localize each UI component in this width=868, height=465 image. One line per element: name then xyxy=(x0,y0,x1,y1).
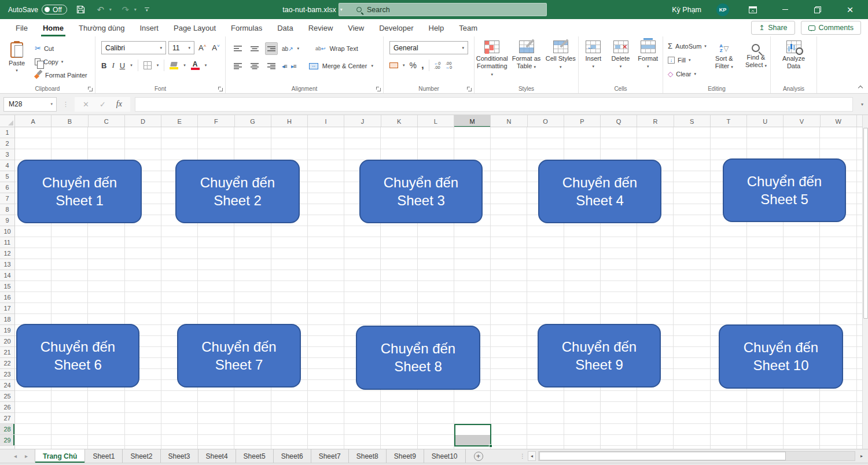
accounting-format-icon[interactable] xyxy=(389,62,398,68)
sheet-button-8[interactable]: Chuyển đếnSheet 8 xyxy=(356,326,480,390)
scroll-left-icon[interactable]: ◂ xyxy=(528,451,536,461)
column-header-m[interactable]: M xyxy=(454,115,491,127)
minimize-button[interactable] xyxy=(777,0,794,19)
chevron-down-icon[interactable]: ▾ xyxy=(297,46,300,51)
column-header-w[interactable]: W xyxy=(821,115,857,127)
decrease-indent-icon[interactable]: ◂≡ xyxy=(282,63,287,69)
avatar[interactable]: KP xyxy=(716,3,729,16)
customize-toolbar-icon[interactable]: ▾ xyxy=(145,8,149,12)
fill-button[interactable]: ↓ Fill ▾ xyxy=(668,54,707,66)
column-header-o[interactable]: O xyxy=(528,115,564,127)
tab-file[interactable]: File xyxy=(8,19,35,36)
sheet-button-1[interactable]: Chuyển đếnSheet 1 xyxy=(17,160,142,223)
enter-icon[interactable]: ✓ xyxy=(100,100,106,109)
font-name-select[interactable]: Calibri ▾ xyxy=(101,41,166,54)
fill-color-icon[interactable] xyxy=(170,62,178,69)
tab-review[interactable]: Review xyxy=(301,19,341,36)
row-header-23[interactable]: 23 xyxy=(0,369,14,380)
tab-data[interactable]: Data xyxy=(270,19,300,36)
sheet-button-7[interactable]: Chuyển đếnSheet 7 xyxy=(177,324,301,387)
row-header-8[interactable]: 8 xyxy=(0,204,14,215)
column-header-d[interactable]: D xyxy=(125,115,161,127)
clear-button[interactable]: ◇ Clear ▾ xyxy=(668,68,707,80)
autosave-pill[interactable]: Off xyxy=(42,5,67,14)
alignment-dialog-launcher-icon[interactable] xyxy=(376,87,381,91)
column-header-r[interactable]: R xyxy=(637,115,674,127)
tab-insert[interactable]: Insert xyxy=(132,19,166,36)
select-all-button[interactable] xyxy=(0,115,15,127)
previous-sheet-icon[interactable]: ◂ xyxy=(14,453,17,459)
name-box[interactable]: M28 ▾ xyxy=(3,97,57,112)
number-format-select[interactable]: General ▾ xyxy=(389,41,468,54)
align-right-icon[interactable] xyxy=(265,60,278,72)
sheet-button-2[interactable]: Chuyển đếnSheet 2 xyxy=(175,160,300,223)
row-header-9[interactable]: 9 xyxy=(0,215,14,226)
column-header-v[interactable]: V xyxy=(784,115,820,127)
tab-team[interactable]: Team xyxy=(451,19,485,36)
sheet-tab-sheet8[interactable]: Sheet8 xyxy=(349,449,387,463)
column-header-h[interactable]: H xyxy=(271,115,308,127)
row-header-29[interactable]: 29 xyxy=(0,435,14,446)
align-center-icon[interactable] xyxy=(248,60,261,72)
filename[interactable]: tao-nut-bam.xlsx xyxy=(282,6,336,14)
copy-button[interactable]: Copy ▾ xyxy=(35,56,87,68)
close-button[interactable]: × xyxy=(841,0,859,19)
chevron-down-icon[interactable]: ▾ xyxy=(403,63,405,68)
horizontal-scrollbar-track[interactable] xyxy=(538,451,855,461)
column-header-b[interactable]: B xyxy=(52,115,88,127)
chevron-down-icon[interactable]: ▾ xyxy=(157,63,159,68)
column-header-k[interactable]: K xyxy=(381,115,418,127)
format-painter-button[interactable]: Format Painter xyxy=(35,69,87,81)
next-sheet-icon[interactable]: ▸ xyxy=(25,453,28,459)
increase-indent-icon[interactable]: ▸≡ xyxy=(291,63,296,69)
tab-thường-dùng[interactable]: Thường dùng xyxy=(71,19,132,36)
column-header-a[interactable]: A xyxy=(15,115,52,127)
insert-function-icon[interactable]: fx xyxy=(116,99,122,109)
sheet-tab-sheet10[interactable]: Sheet10 xyxy=(424,449,466,463)
align-top-icon[interactable] xyxy=(231,42,244,55)
bold-button[interactable]: B xyxy=(101,61,106,70)
number-dialog-launcher-icon[interactable] xyxy=(467,87,472,91)
autosum-button[interactable]: Σ AutoSum ▾ xyxy=(668,40,707,52)
cell-grid[interactable]: Chuyển đếnSheet 1Chuyển đếnSheet 2Chuyển… xyxy=(15,127,862,449)
sheet-button-5[interactable]: Chuyển đếnSheet 5 xyxy=(723,158,846,222)
column-header-j[interactable]: J xyxy=(344,115,381,127)
sheet-tab-sheet2[interactable]: Sheet2 xyxy=(123,449,160,463)
column-header-t[interactable]: T xyxy=(711,115,747,127)
analyze-data-button[interactable]: Analyze Data xyxy=(776,36,812,93)
wrap-text-button[interactable]: Wrap Text xyxy=(330,45,358,52)
column-header-n[interactable]: N xyxy=(491,115,527,127)
undo-chevron-icon[interactable]: ▾ xyxy=(109,7,112,12)
tab-formulas[interactable]: Formulas xyxy=(223,19,270,36)
underline-button[interactable]: U xyxy=(120,61,125,70)
row-header-25[interactable]: 25 xyxy=(0,391,14,402)
redo-chevron-icon[interactable]: ▾ xyxy=(134,7,137,12)
cell-selection[interactable] xyxy=(454,424,491,446)
tab-help[interactable]: Help xyxy=(421,19,452,36)
column-header-l[interactable]: L xyxy=(418,115,454,127)
cell-styles-button[interactable]: Cell Styles ▾ xyxy=(544,36,578,93)
column-header-s[interactable]: S xyxy=(674,115,711,127)
column-header-q[interactable]: Q xyxy=(601,115,637,127)
horizontal-scrollbar[interactable]: ⋮ ◂ ▸ xyxy=(520,451,866,461)
row-header-15[interactable]: 15 xyxy=(0,281,14,292)
column-header-f[interactable]: F xyxy=(198,115,234,127)
vertical-scrollbar-thumb[interactable] xyxy=(863,128,868,319)
sheet-tab-sheet9[interactable]: Sheet9 xyxy=(387,449,424,463)
share-button[interactable]: ↥ Share xyxy=(751,21,795,35)
italic-button[interactable]: I xyxy=(112,61,114,70)
sheet-button-10[interactable]: Chuyển đếnSheet 10 xyxy=(719,324,843,389)
percent-style-icon[interactable]: % xyxy=(410,61,417,70)
row-header-21[interactable]: 21 xyxy=(0,347,14,358)
tab-splitter-icon[interactable]: ⋮ xyxy=(520,453,525,459)
borders-icon[interactable] xyxy=(144,61,152,69)
row-header-20[interactable]: 20 xyxy=(0,336,14,347)
cut-button[interactable]: ✂ Cut xyxy=(35,42,87,54)
column-header-g[interactable]: G xyxy=(235,115,271,127)
row-header-3[interactable]: 3 xyxy=(0,149,14,160)
row-header-1[interactable]: 1 xyxy=(0,127,14,138)
expand-formula-bar-icon[interactable]: ▾ xyxy=(861,102,863,107)
restore-button[interactable] xyxy=(809,0,826,19)
scroll-right-icon[interactable]: ▸ xyxy=(858,451,866,461)
row-header-11[interactable]: 11 xyxy=(0,237,14,248)
